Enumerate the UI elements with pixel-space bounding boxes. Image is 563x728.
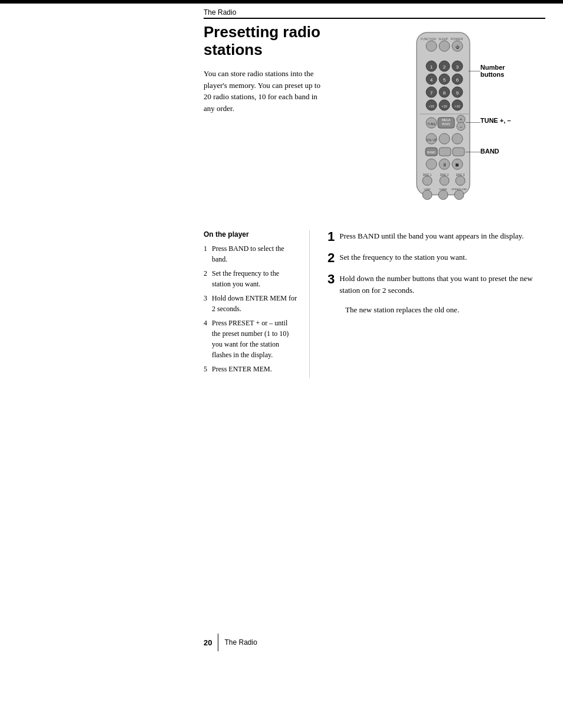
right-step-3: 3 Hold down the number buttons that you … bbox=[328, 273, 545, 296]
svg-text:FUNCTION: FUNCTION bbox=[421, 37, 436, 41]
svg-text:1: 1 bbox=[430, 64, 433, 70]
list-item: 5Press ENTER MEM. bbox=[204, 364, 297, 374]
svg-point-1 bbox=[426, 41, 437, 51]
band-line bbox=[466, 152, 482, 152]
svg-text:BAND: BAND bbox=[427, 151, 436, 154]
svg-text:5: 5 bbox=[443, 77, 446, 83]
list-item: 4Press PRESET + or – until the preset nu… bbox=[204, 318, 297, 360]
svg-text:>10: >10 bbox=[454, 105, 460, 108]
intro-area: You can store radio stations into the pl… bbox=[204, 68, 328, 123]
svg-point-50 bbox=[426, 159, 437, 169]
list-item: 2Set the frequency to the station you wa… bbox=[204, 268, 297, 289]
svg-text:⏸: ⏸ bbox=[442, 162, 447, 168]
right-step-number-1: 1 bbox=[328, 230, 335, 243]
svg-text:<10: <10 bbox=[441, 105, 447, 108]
svg-text:MEGA: MEGA bbox=[442, 118, 451, 122]
svg-text:8: 8 bbox=[443, 90, 446, 96]
steps-left: On the player 1Press BAND to select the … bbox=[204, 230, 310, 378]
footer-area: 20 The Radio bbox=[204, 634, 545, 651]
svg-rect-48 bbox=[453, 148, 464, 156]
svg-point-2 bbox=[439, 41, 450, 51]
svg-text:+: + bbox=[460, 117, 463, 122]
svg-text:⏹: ⏹ bbox=[455, 162, 460, 168]
svg-point-59 bbox=[440, 176, 449, 185]
steps-section: On the player 1Press BAND to select the … bbox=[204, 230, 545, 378]
svg-point-65 bbox=[438, 190, 448, 200]
list-item: 1Press BAND to select the band. bbox=[204, 243, 297, 265]
svg-text:⏻: ⏻ bbox=[456, 45, 460, 49]
svg-point-58 bbox=[423, 176, 432, 185]
svg-text:2: 2 bbox=[443, 64, 446, 70]
svg-text:SLEEP: SLEEP bbox=[438, 37, 449, 41]
svg-text:−: − bbox=[459, 124, 462, 130]
svg-text:7: 7 bbox=[430, 90, 433, 96]
svg-text:4: 4 bbox=[430, 77, 433, 83]
right-step-number-3: 3 bbox=[328, 273, 335, 286]
right-step-note: The new station replaces the old one. bbox=[345, 304, 545, 316]
right-step-text-2: Set the frequency to the station you wan… bbox=[339, 252, 545, 263]
header-divider bbox=[204, 18, 545, 19]
svg-text:TUNE: TUNE bbox=[427, 122, 436, 126]
footer-section-label: The Radio bbox=[224, 638, 257, 647]
remote-container: ⏻ FUNCTION SLEEP POWER 1 2 3 4 5 6 bbox=[411, 30, 546, 201]
right-step-1: 1 Press BAND until the band you want app… bbox=[328, 230, 545, 243]
number-buttons-label: Number buttons bbox=[480, 64, 505, 78]
top-bar bbox=[0, 0, 563, 4]
svg-text:POWER: POWER bbox=[451, 37, 463, 41]
remote-labels-container: ⏻ FUNCTION SLEEP POWER 1 2 3 4 5 6 bbox=[411, 30, 546, 201]
svg-text:3: 3 bbox=[456, 64, 459, 70]
page-number: 20 bbox=[204, 638, 212, 647]
svg-text:VOL UP: VOL UP bbox=[426, 138, 437, 142]
svg-point-64 bbox=[423, 190, 432, 200]
on-player-steps-list: 1Press BAND to select the band. 2Set the… bbox=[204, 243, 297, 374]
header-section-label: The Radio bbox=[204, 8, 545, 17]
intro-text: You can store radio stations into the pl… bbox=[204, 68, 328, 114]
svg-point-66 bbox=[454, 190, 464, 200]
svg-text:9: 9 bbox=[456, 90, 459, 96]
remote-svg: ⏻ FUNCTION SLEEP POWER 1 2 3 4 5 6 bbox=[411, 30, 479, 201]
right-step-text-3: Hold down the number buttons that you wa… bbox=[339, 273, 545, 296]
svg-text:>10: >10 bbox=[428, 105, 434, 108]
svg-point-44 bbox=[439, 133, 450, 144]
on-player-heading: On the player bbox=[204, 230, 297, 239]
right-step-number-2: 2 bbox=[328, 252, 335, 265]
steps-two-col: On the player 1Press BAND to select the … bbox=[204, 230, 545, 378]
right-step-text-1: Press BAND until the band you want appea… bbox=[339, 230, 545, 242]
svg-point-60 bbox=[456, 176, 465, 185]
svg-text:6: 6 bbox=[456, 77, 459, 83]
band-label: BAND bbox=[480, 148, 499, 155]
svg-point-45 bbox=[452, 133, 463, 144]
steps-right: 1 Press BAND until the band you want app… bbox=[328, 230, 545, 378]
page-container: The Radio Presetting radiostations You c… bbox=[0, 0, 563, 728]
list-item: 3Hold down ENTER MEM for 2 seconds. bbox=[204, 293, 297, 314]
tune-label: TUNE +, – bbox=[480, 117, 511, 124]
right-step-2: 2 Set the frequency to the station you w… bbox=[328, 252, 545, 265]
footer-divider bbox=[218, 634, 218, 651]
number-buttons-line bbox=[469, 71, 482, 71]
tune-line bbox=[466, 122, 482, 123]
svg-rect-47 bbox=[439, 148, 451, 156]
svg-text:BASS: BASS bbox=[442, 122, 450, 126]
